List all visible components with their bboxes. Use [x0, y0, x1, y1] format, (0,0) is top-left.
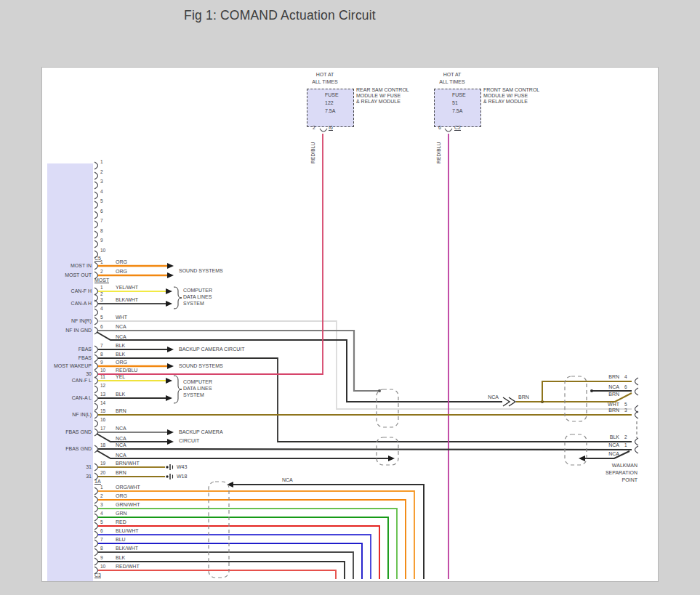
signal-label: FBAS [36, 355, 92, 361]
pin-number: 4 [100, 189, 103, 195]
pin-number: 18 [100, 442, 105, 448]
connector-id: MOST [94, 278, 109, 283]
pin-number: 5 [100, 198, 103, 204]
pin-number: 7 [100, 343, 103, 349]
wire-color-label: BLK [116, 392, 125, 397]
wire-color-label: YEL/WHT [116, 285, 138, 291]
pin-number: 3 [100, 297, 103, 303]
wire-color-label: GRN/WHT [116, 502, 140, 508]
wire-color-label: ORG [116, 259, 127, 265]
pin-number: 16 [100, 417, 105, 423]
module-name-line: FRONT SAM CONTROL [483, 87, 539, 93]
wire-color-label: YEL [116, 374, 125, 380]
fuse-number: 122 [325, 100, 334, 106]
pin-number: 10 [100, 564, 105, 570]
pin-number: 15 [100, 408, 105, 414]
wire-color-label: ORG/WHT [116, 485, 140, 490]
fuse-pin: 6 [434, 125, 441, 131]
walkman-note-line: WALKMAN [574, 463, 637, 469]
signal-label: 31 [36, 474, 92, 479]
dest-computer-line: SYSTEM [183, 392, 204, 398]
connector-id: MOST [94, 278, 109, 283]
hot-at-label: HOT AT [433, 72, 472, 78]
pin-number: 10 [100, 368, 105, 373]
dest-backup-camera: BACKUP CAMERA CIRCUIT [179, 347, 245, 352]
pin-number: 8 [100, 352, 103, 357]
dest-computer-line: COMPUTER [183, 379, 212, 385]
signal-label: CAN-A H [36, 301, 92, 307]
connector-id: 1A [94, 479, 101, 485]
fuse-label: FUSE [452, 92, 466, 98]
fuse-rating: 7.5A [452, 108, 462, 114]
module-name-line: & RELAY MODULE [483, 99, 528, 105]
wire-color-label: NCA [116, 426, 126, 432]
pin-number: 1 [100, 259, 103, 265]
wire-color-label: BLK [116, 555, 125, 561]
pin-number: 14 [100, 400, 105, 406]
signal-label: CAN-F L [36, 378, 92, 384]
ground-id: W18 [177, 474, 187, 479]
wire-color-label: RED/WHT [116, 564, 140, 570]
dest-backup-camera-line: CIRCUIT [179, 438, 199, 444]
dest-computer-line: DATA LINES [183, 386, 212, 392]
pin-number: 8 [100, 546, 103, 551]
pin-number: 10 [100, 248, 105, 254]
pin-number: 1 [100, 485, 103, 490]
pin-number: 19 [100, 461, 105, 466]
dest-computer-line: SYSTEM [183, 301, 204, 307]
connector-id: C3 [94, 572, 101, 578]
wire-color-label: BLK [116, 343, 125, 349]
pin-number: 9 [100, 555, 103, 561]
wire-color-label: BLU [116, 537, 126, 543]
walkman-note-line: SEPARATION [574, 470, 637, 476]
pin-number: 5 [100, 315, 103, 320]
wire-color-label: NCA [582, 384, 619, 390]
wire-color-label: NCA [116, 334, 126, 340]
signal-label: FBAS GND [36, 429, 92, 435]
hot-at-label: HOT AT [305, 72, 345, 78]
fuse-pin: 2 [308, 125, 315, 131]
fuse-label: FUSE [325, 92, 339, 98]
signal-label: MOST WAKEUP [36, 363, 92, 369]
dest-sound-systems: SOUND SYSTEMS [179, 363, 223, 369]
module-name-line: REAR SAM CONTROL [356, 87, 409, 93]
wire-color-label: NCA [116, 453, 126, 458]
dest-sound-systems: SOUND SYSTEMS [179, 268, 223, 274]
wire-color-label: NCA [582, 451, 619, 457]
fuse-connector: C2 [454, 125, 461, 131]
wire-color-label: BRN [116, 408, 126, 414]
pin-number: 3 [100, 179, 103, 185]
fuse-number: 51 [452, 100, 458, 106]
fuse-connector: I6 [329, 125, 333, 131]
splice-nca-label: NCA [471, 394, 499, 400]
pin-number: 3 [624, 408, 627, 413]
walkman-note-line: POINT [574, 477, 637, 483]
wire-color-label: RED/BLU [436, 134, 442, 163]
pin-number: 11 [100, 374, 105, 380]
pin-number: 1 [100, 285, 103, 291]
wire-color-label: BLU/WHT [116, 528, 139, 534]
connector-id: C3 [94, 572, 101, 578]
signal-label: NF IN(L) [36, 412, 92, 418]
wire-color-label: BRN [582, 392, 619, 397]
wire-color-label: BRN [582, 408, 619, 413]
pin-number: 1 [100, 159, 103, 165]
module-name-line: MODULE W/ FUSE [483, 93, 528, 99]
pin-number: 5 [100, 519, 103, 525]
ground-id: W43 [177, 464, 187, 470]
wire-color-label: NCA [116, 324, 126, 330]
wire-color-label: WHT [116, 315, 127, 320]
wire-color-label: NCA [116, 442, 126, 448]
pin-number: 2 [624, 434, 627, 440]
module-name-line: MODULE W/ FUSE [356, 93, 401, 99]
dest-computer-line: COMPUTER [183, 288, 212, 294]
pin-number: 7 [100, 537, 103, 543]
page: Fig 1: COMAND Actuation Circuit HOT AT A… [0, 0, 700, 595]
signal-label: FBAS GND [36, 446, 92, 452]
wire-color-label: GRN [116, 511, 127, 517]
pin-number: 20 [100, 470, 105, 476]
dest-computer-line: DATA LINES [183, 294, 212, 300]
pin-number: 4 [100, 306, 103, 312]
signal-label: FBAS [36, 347, 92, 352]
signal-label: NF IN GND [36, 328, 92, 333]
